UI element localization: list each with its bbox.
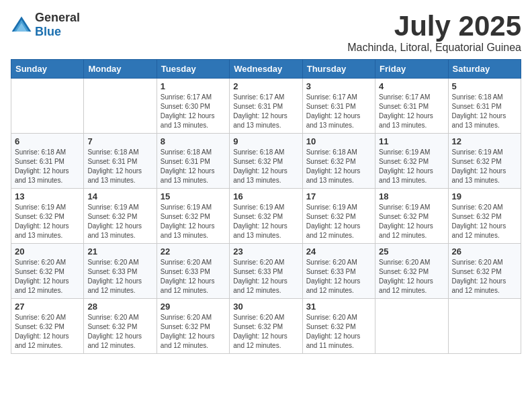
calendar-cell: 1Sunrise: 6:17 AM Sunset: 6:30 PM Daylig…: [157, 79, 229, 134]
day-number: 25: [379, 246, 444, 257]
calendar-cell: 15Sunrise: 6:19 AM Sunset: 6:32 PM Dayli…: [157, 189, 229, 244]
calendar-cell: [448, 299, 521, 354]
day-header-tuesday: Tuesday: [157, 60, 229, 79]
day-detail: Sunrise: 6:19 AM Sunset: 6:32 PM Dayligh…: [87, 203, 152, 240]
calendar-cell: 31Sunrise: 6:20 AM Sunset: 6:32 PM Dayli…: [302, 299, 375, 354]
calendar-cell: 29Sunrise: 6:20 AM Sunset: 6:32 PM Dayli…: [157, 299, 229, 354]
day-detail: Sunrise: 6:20 AM Sunset: 6:32 PM Dayligh…: [15, 313, 80, 351]
day-detail: Sunrise: 6:20 AM Sunset: 6:32 PM Dayligh…: [161, 313, 226, 351]
day-header-sunday: Sunday: [11, 60, 84, 79]
calendar-cell: 5Sunrise: 6:18 AM Sunset: 6:31 PM Daylig…: [448, 79, 521, 134]
logo-icon: [11, 15, 32, 34]
calendar-cell: 28Sunrise: 6:20 AM Sunset: 6:32 PM Dayli…: [84, 299, 157, 354]
calendar-cell: 30Sunrise: 6:20 AM Sunset: 6:32 PM Dayli…: [230, 299, 302, 354]
day-number: 15: [161, 191, 226, 201]
day-number: 24: [306, 246, 371, 257]
day-number: 3: [306, 81, 371, 91]
day-detail: Sunrise: 6:20 AM Sunset: 6:33 PM Dayligh…: [161, 258, 226, 295]
day-detail: Sunrise: 6:19 AM Sunset: 6:32 PM Dayligh…: [379, 203, 444, 240]
day-number: 22: [161, 246, 226, 257]
calendar-week-4: 20Sunrise: 6:20 AM Sunset: 6:32 PM Dayli…: [11, 244, 521, 299]
day-detail: Sunrise: 6:19 AM Sunset: 6:32 PM Dayligh…: [379, 148, 444, 185]
day-number: 1: [161, 81, 226, 91]
day-detail: Sunrise: 6:20 AM Sunset: 6:32 PM Dayligh…: [87, 313, 152, 351]
calendar-cell: 16Sunrise: 6:19 AM Sunset: 6:32 PM Dayli…: [230, 189, 302, 244]
calendar-cell: 20Sunrise: 6:20 AM Sunset: 6:32 PM Dayli…: [11, 244, 84, 299]
calendar-cell: 24Sunrise: 6:20 AM Sunset: 6:33 PM Dayli…: [302, 244, 375, 299]
calendar-cell: 10Sunrise: 6:18 AM Sunset: 6:32 PM Dayli…: [302, 134, 375, 189]
day-detail: Sunrise: 6:19 AM Sunset: 6:32 PM Dayligh…: [161, 203, 226, 240]
day-detail: Sunrise: 6:20 AM Sunset: 6:32 PM Dayligh…: [233, 313, 298, 351]
calendar-cell: 22Sunrise: 6:20 AM Sunset: 6:33 PM Dayli…: [157, 244, 229, 299]
day-header-thursday: Thursday: [302, 60, 375, 79]
day-number: 7: [87, 136, 152, 146]
day-number: 28: [87, 302, 152, 312]
calendar-cell: 25Sunrise: 6:20 AM Sunset: 6:32 PM Dayli…: [375, 244, 448, 299]
day-header-friday: Friday: [375, 60, 448, 79]
day-number: 18: [379, 191, 444, 201]
calendar-cell: 14Sunrise: 6:19 AM Sunset: 6:32 PM Dayli…: [84, 189, 157, 244]
calendar-cell: 17Sunrise: 6:19 AM Sunset: 6:32 PM Dayli…: [302, 189, 375, 244]
day-number: 13: [15, 191, 80, 201]
calendar-cell: 19Sunrise: 6:20 AM Sunset: 6:32 PM Dayli…: [448, 189, 521, 244]
day-detail: Sunrise: 6:17 AM Sunset: 6:30 PM Dayligh…: [161, 93, 226, 130]
title-area: July 2025 Machinda, Litoral, Equatorial …: [347, 11, 521, 54]
day-detail: Sunrise: 6:20 AM Sunset: 6:32 PM Dayligh…: [15, 258, 80, 295]
day-detail: Sunrise: 6:18 AM Sunset: 6:31 PM Dayligh…: [452, 93, 517, 130]
calendar-cell: 27Sunrise: 6:20 AM Sunset: 6:32 PM Dayli…: [11, 299, 84, 354]
day-detail: Sunrise: 6:18 AM Sunset: 6:32 PM Dayligh…: [233, 148, 298, 185]
calendar-week-5: 27Sunrise: 6:20 AM Sunset: 6:32 PM Dayli…: [11, 299, 521, 354]
calendar-body: 1Sunrise: 6:17 AM Sunset: 6:30 PM Daylig…: [11, 79, 521, 354]
day-detail: Sunrise: 6:18 AM Sunset: 6:32 PM Dayligh…: [306, 148, 371, 185]
day-number: 26: [452, 246, 517, 257]
calendar-cell: 21Sunrise: 6:20 AM Sunset: 6:33 PM Dayli…: [84, 244, 157, 299]
day-number: 23: [233, 246, 298, 257]
calendar-cell: 23Sunrise: 6:20 AM Sunset: 6:33 PM Dayli…: [230, 244, 302, 299]
day-number: 4: [379, 81, 444, 91]
day-detail: Sunrise: 6:20 AM Sunset: 6:33 PM Dayligh…: [87, 258, 152, 295]
day-header-saturday: Saturday: [448, 60, 521, 79]
day-number: 8: [161, 136, 226, 146]
day-detail: Sunrise: 6:20 AM Sunset: 6:32 PM Dayligh…: [306, 313, 371, 351]
day-number: 6: [15, 136, 80, 146]
day-number: 14: [87, 191, 152, 201]
calendar-cell: 6Sunrise: 6:18 AM Sunset: 6:31 PM Daylig…: [11, 134, 84, 189]
calendar-week-1: 1Sunrise: 6:17 AM Sunset: 6:30 PM Daylig…: [11, 79, 521, 134]
day-detail: Sunrise: 6:19 AM Sunset: 6:32 PM Dayligh…: [233, 203, 298, 240]
calendar-cell: 7Sunrise: 6:18 AM Sunset: 6:31 PM Daylig…: [84, 134, 157, 189]
logo-blue: Blue: [35, 25, 61, 38]
day-detail: Sunrise: 6:20 AM Sunset: 6:32 PM Dayligh…: [379, 258, 444, 295]
calendar-cell: 2Sunrise: 6:17 AM Sunset: 6:31 PM Daylig…: [230, 79, 302, 134]
day-detail: Sunrise: 6:19 AM Sunset: 6:32 PM Dayligh…: [15, 203, 80, 240]
day-number: 12: [452, 136, 517, 146]
calendar-cell: 8Sunrise: 6:18 AM Sunset: 6:31 PM Daylig…: [157, 134, 229, 189]
logo-general: General: [35, 11, 80, 24]
day-number: 5: [452, 81, 517, 91]
day-number: 19: [452, 191, 517, 201]
calendar-week-3: 13Sunrise: 6:19 AM Sunset: 6:32 PM Dayli…: [11, 189, 521, 244]
day-number: 21: [87, 246, 152, 257]
calendar-week-2: 6Sunrise: 6:18 AM Sunset: 6:31 PM Daylig…: [11, 134, 521, 189]
calendar-cell: [84, 79, 157, 134]
calendar-table: SundayMondayTuesdayWednesdayThursdayFrid…: [11, 59, 521, 354]
day-detail: Sunrise: 6:18 AM Sunset: 6:31 PM Dayligh…: [15, 148, 80, 185]
calendar-header: SundayMondayTuesdayWednesdayThursdayFrid…: [11, 60, 521, 79]
calendar-cell: 13Sunrise: 6:19 AM Sunset: 6:32 PM Dayli…: [11, 189, 84, 244]
day-number: 30: [233, 302, 298, 312]
day-detail: Sunrise: 6:20 AM Sunset: 6:33 PM Dayligh…: [306, 258, 371, 295]
logo-text: General Blue: [35, 11, 80, 39]
day-detail: Sunrise: 6:19 AM Sunset: 6:32 PM Dayligh…: [306, 203, 371, 240]
day-detail: Sunrise: 6:17 AM Sunset: 6:31 PM Dayligh…: [233, 93, 298, 130]
header: General Blue July 2025 Machinda, Litoral…: [11, 11, 521, 54]
day-number: 11: [379, 136, 444, 146]
calendar-cell: [375, 299, 448, 354]
calendar-cell: 9Sunrise: 6:18 AM Sunset: 6:32 PM Daylig…: [230, 134, 302, 189]
day-number: 27: [15, 302, 80, 312]
day-detail: Sunrise: 6:18 AM Sunset: 6:31 PM Dayligh…: [87, 148, 152, 185]
day-detail: Sunrise: 6:20 AM Sunset: 6:33 PM Dayligh…: [233, 258, 298, 295]
day-number: 29: [161, 302, 226, 312]
day-detail: Sunrise: 6:17 AM Sunset: 6:31 PM Dayligh…: [306, 93, 371, 130]
day-header-wednesday: Wednesday: [230, 60, 302, 79]
calendar-cell: 4Sunrise: 6:17 AM Sunset: 6:31 PM Daylig…: [375, 79, 448, 134]
day-number: 17: [306, 191, 371, 201]
